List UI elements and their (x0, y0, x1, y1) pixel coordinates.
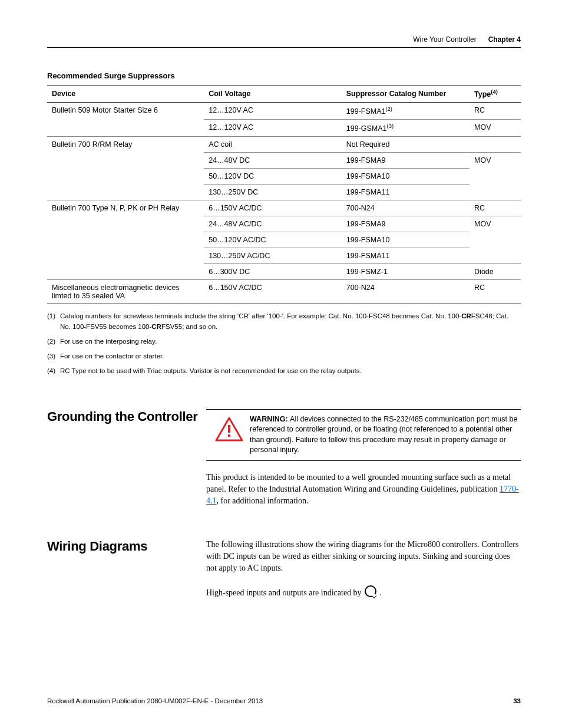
warning-icon (209, 414, 250, 456)
cell-voltage: 130…250V DC (204, 185, 342, 200)
svg-rect-2 (228, 434, 230, 437)
cell-catalog: 700-N24 (342, 280, 470, 304)
header-section: Wire Your Controller (413, 35, 476, 44)
cell-catalog: 199-FSMA9 (342, 153, 470, 169)
footnote-1: Catalog numbers for screwless terminals … (60, 311, 521, 332)
cell-voltage: 50…120V AC/DC (204, 232, 342, 248)
table-row: Bulletin 700 Type N, P, PK or PH Relay6…… (47, 200, 521, 216)
cell-voltage: 6…300V DC (204, 264, 342, 280)
high-speed-indicator-icon (365, 585, 376, 597)
cell-catalog: 199-GSMA1(3) (342, 120, 470, 137)
cell-device: Bulletin 700 R/RM Relay (47, 137, 204, 200)
cell-catalog: 199-FSMA10 (342, 169, 470, 185)
cell-type: RC (470, 280, 521, 304)
cell-type: RC (470, 103, 521, 120)
cell-voltage: 12…120V AC (204, 120, 342, 137)
cell-device: Bulletin 700 Type N, P, PK or PH Relay (47, 200, 204, 280)
page-number: 33 (513, 697, 521, 704)
footnote-4: RC Type not to be used with Triac output… (60, 366, 362, 376)
cell-device: Miscellaneous electromagnetic devices li… (47, 280, 204, 304)
cell-voltage: 24…48V AC/DC (204, 216, 342, 232)
heading-grounding: Grounding the Controller (47, 409, 206, 424)
wiring-paragraph-2: High-speed inputs and outputs are indica… (206, 585, 521, 599)
header-chapter: Chapter 4 (488, 35, 521, 44)
cell-voltage: 12…120V AC (204, 103, 342, 120)
cell-catalog: 199-FSMA10 (342, 232, 470, 248)
cell-voltage: 6…150V AC/DC (204, 200, 342, 216)
table-header-row: Device Coil Voltage Suppressor Catalog N… (47, 85, 521, 103)
col-header-voltage: Coil Voltage (204, 85, 342, 103)
table-row: Bulletin 700 R/RM RelayAC coilNot Requir… (47, 137, 521, 153)
footnotes: (1)Catalog numbers for screwless termina… (47, 311, 521, 376)
cell-voltage: 6…150V AC/DC (204, 280, 342, 304)
table-title: Recommended Surge Suppressors (47, 71, 521, 80)
grounding-paragraph: This product is intended to be mounted t… (206, 472, 521, 508)
cell-catalog: 700-N24 (342, 200, 470, 216)
table-row: Bulletin 509 Motor Starter Size 612…120V… (47, 103, 521, 120)
warning-text: WARNING: All devices connected to the RS… (250, 414, 518, 456)
cell-type: Diode (470, 264, 521, 280)
cell-type (470, 137, 521, 153)
cell-catalog: 199-FSMA1(2) (342, 103, 470, 120)
heading-wiring: Wiring Diagrams (47, 539, 206, 554)
page-footer: Rockwell Automation Publication 2080-UM0… (47, 697, 521, 704)
cell-catalog: 199-FSMZ-1 (342, 264, 470, 280)
cell-catalog: 199-FSMA9 (342, 216, 470, 232)
cell-catalog: Not Required (342, 137, 470, 153)
cell-type: MOV (470, 216, 521, 264)
cell-type: MOV (470, 120, 521, 137)
warning-box: WARNING: All devices connected to the RS… (206, 409, 521, 461)
publication-id: Rockwell Automation Publication 2080-UM0… (47, 697, 263, 704)
col-header-type: Type(4) (470, 85, 521, 103)
cell-type: MOV (470, 153, 521, 200)
col-header-catalog: Suppressor Catalog Number (342, 85, 470, 103)
footnote-3: For use on the contactor or starter. (60, 351, 164, 361)
suppressor-table: Device Coil Voltage Suppressor Catalog N… (47, 85, 521, 304)
page-header: Wire Your Controller Chapter 4 (47, 35, 521, 48)
cell-device: Bulletin 509 Motor Starter Size 6 (47, 103, 204, 137)
cell-type: RC (470, 200, 521, 216)
cell-voltage: AC coil (204, 137, 342, 153)
wiring-paragraph-1: The following illustrations show the wir… (206, 539, 521, 575)
table-row: Miscellaneous electromagnetic devices li… (47, 280, 521, 304)
cell-voltage: 130…250V AC/DC (204, 248, 342, 264)
cell-voltage: 24…48V DC (204, 153, 342, 169)
footnote-2: For use on the interposing relay. (60, 337, 157, 347)
svg-rect-1 (228, 425, 230, 433)
cell-voltage: 50…120V DC (204, 169, 342, 185)
cell-catalog: 199-FSMA11 (342, 185, 470, 200)
cell-catalog: 199-FSMA11 (342, 248, 470, 264)
col-header-device: Device (47, 85, 204, 103)
